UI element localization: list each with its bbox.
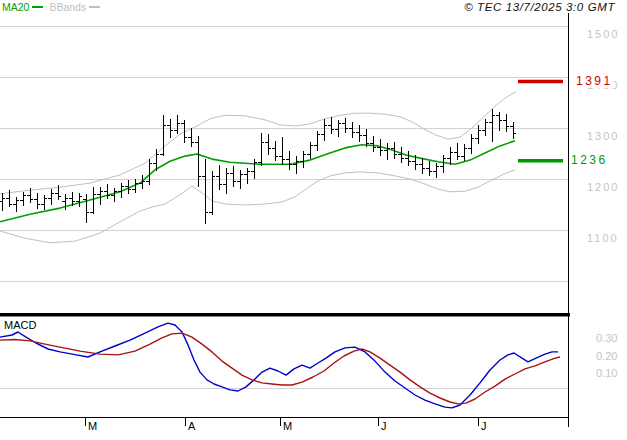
- chart-canvas: [0, 0, 627, 440]
- month-axis-label: M: [283, 420, 292, 432]
- legend: MA20 BBands: [2, 1, 106, 13]
- macd-axis-label: 0.20: [596, 350, 617, 362]
- ma20-legend-label: MA20: [2, 1, 29, 13]
- price-axis-label: 1200: [587, 181, 619, 193]
- price-axis-label: 1500: [587, 28, 619, 40]
- month-axis-label: J: [381, 420, 387, 432]
- price-level-label: 1236: [570, 154, 609, 167]
- month-axis-label: M: [88, 420, 97, 432]
- bbands-line-swatch: [89, 6, 100, 8]
- month-axis-label: A: [188, 420, 195, 432]
- price-axis-label: 1300: [587, 130, 619, 142]
- macd-axis-label: 0.10: [596, 367, 617, 379]
- price-level-label: 1391: [575, 75, 614, 88]
- month-axis-label: J: [481, 420, 487, 432]
- macd-axis-label: 0.30: [596, 332, 617, 344]
- price-axis-label: 1100: [587, 232, 619, 244]
- copyright-text: © TEC 13/7/2025 3:0 GMT: [464, 1, 615, 13]
- ma20-line-swatch: [32, 6, 43, 8]
- bbands-legend-label: BBands: [49, 1, 86, 13]
- macd-pane-label: MACD: [4, 319, 36, 331]
